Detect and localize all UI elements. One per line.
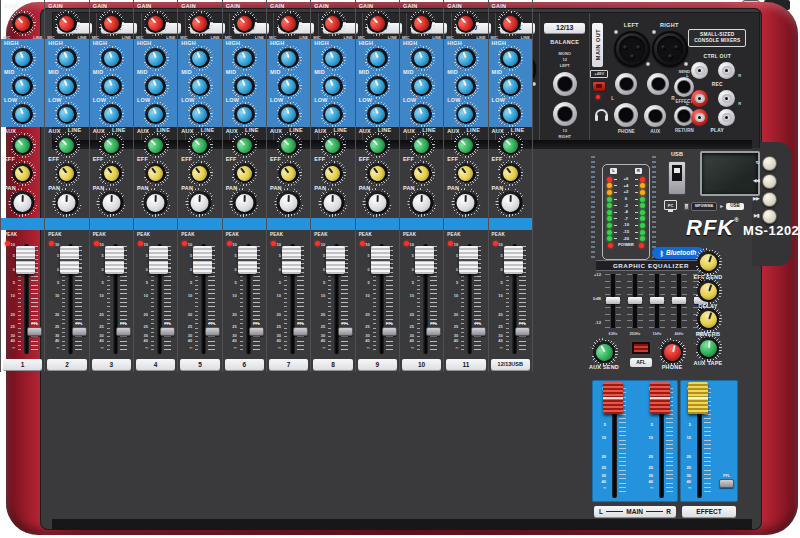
pan-knob[interactable] <box>496 188 525 217</box>
mid-eq-knob[interactable] <box>320 73 346 99</box>
gain-knob[interactable] <box>364 10 390 36</box>
pan-knob[interactable] <box>185 188 214 217</box>
high-eq-knob[interactable] <box>276 45 302 71</box>
low-eq-knob[interactable] <box>453 101 479 127</box>
pan-knob[interactable] <box>8 188 37 217</box>
aux-tape-knob[interactable] <box>694 334 722 362</box>
high-eq-knob[interactable] <box>409 45 435 71</box>
pfl-button[interactable] <box>116 327 131 336</box>
geq-slider[interactable] <box>628 297 642 304</box>
mid-eq-knob[interactable] <box>231 73 257 99</box>
channel-fader[interactable] <box>504 246 523 274</box>
pan-knob[interactable] <box>407 188 436 217</box>
aux-knob[interactable] <box>453 132 479 158</box>
mid-eq-knob[interactable] <box>54 73 80 99</box>
mid-eq-knob[interactable] <box>10 73 36 99</box>
gain-knob[interactable] <box>320 10 346 36</box>
pfl-button[interactable] <box>471 327 486 336</box>
aux-knob[interactable] <box>231 132 257 158</box>
main-right-fader[interactable] <box>650 382 670 414</box>
repeat-button[interactable] <box>762 156 777 171</box>
mid-eq-knob[interactable] <box>276 73 302 99</box>
high-eq-knob[interactable] <box>54 45 80 71</box>
eff-knob[interactable] <box>54 160 80 186</box>
low-eq-knob[interactable] <box>98 101 124 127</box>
eff-knob[interactable] <box>98 160 124 186</box>
channel-fader[interactable] <box>193 246 212 274</box>
aux-knob[interactable] <box>10 132 36 158</box>
low-eq-knob[interactable] <box>10 101 36 127</box>
main-left-fader[interactable] <box>603 382 623 414</box>
high-eq-knob[interactable] <box>364 45 390 71</box>
geq-slider[interactable] <box>650 297 664 304</box>
eff-knob[interactable] <box>187 160 213 186</box>
low-eq-knob[interactable] <box>54 101 80 127</box>
gain-knob[interactable] <box>187 10 213 36</box>
channel-fader[interactable] <box>415 246 434 274</box>
low-eq-knob[interactable] <box>497 101 523 127</box>
pfl-button[interactable] <box>27 327 42 336</box>
geq-slider[interactable] <box>606 297 620 304</box>
pfl-button[interactable] <box>338 327 353 336</box>
eff-knob[interactable] <box>364 160 390 186</box>
eff-knob[interactable] <box>320 160 346 186</box>
effect-pfl-button[interactable] <box>719 479 734 488</box>
gain-knob[interactable] <box>276 10 302 36</box>
channel-fader[interactable] <box>371 246 390 274</box>
aux-knob[interactable] <box>364 132 390 158</box>
gain-knob[interactable] <box>453 10 479 36</box>
low-eq-knob[interactable] <box>231 101 257 127</box>
mid-eq-knob[interactable] <box>453 73 479 99</box>
eff-knob[interactable] <box>143 160 169 186</box>
pan-knob[interactable] <box>451 188 480 217</box>
effect-fader[interactable] <box>688 382 708 414</box>
aux-knob[interactable] <box>497 132 523 158</box>
eff-knob[interactable] <box>409 160 435 186</box>
mid-eq-knob[interactable] <box>187 73 213 99</box>
pan-knob[interactable] <box>141 188 170 217</box>
mid-eq-knob[interactable] <box>497 73 523 99</box>
gain-knob[interactable] <box>409 10 435 36</box>
low-eq-knob[interactable] <box>364 101 390 127</box>
previous-button[interactable] <box>762 174 777 189</box>
low-eq-knob[interactable] <box>187 101 213 127</box>
mid-eq-knob[interactable] <box>409 73 435 99</box>
mid-eq-knob[interactable] <box>364 73 390 99</box>
eff-knob[interactable] <box>453 160 479 186</box>
aux-knob[interactable] <box>320 132 346 158</box>
fx-knob[interactable] <box>694 305 722 333</box>
high-eq-knob[interactable] <box>231 45 257 71</box>
eff-knob[interactable] <box>231 160 257 186</box>
high-eq-knob[interactable] <box>10 45 36 71</box>
aux-knob[interactable] <box>143 132 169 158</box>
geq-slider[interactable] <box>672 297 686 304</box>
pan-knob[interactable] <box>318 188 347 217</box>
fx-knob[interactable] <box>694 277 722 305</box>
aux-knob[interactable] <box>409 132 435 158</box>
gain-knob[interactable] <box>231 10 257 36</box>
pfl-button[interactable] <box>515 327 530 336</box>
pfl-button[interactable] <box>249 327 264 336</box>
aux-knob[interactable] <box>98 132 124 158</box>
pfl-button[interactable] <box>205 327 220 336</box>
mid-eq-knob[interactable] <box>98 73 124 99</box>
channel-fader[interactable] <box>105 246 124 274</box>
gain-knob[interactable] <box>54 10 80 36</box>
pan-knob[interactable] <box>97 188 126 217</box>
gain-knob[interactable] <box>10 10 36 36</box>
channel-fader[interactable] <box>60 246 79 274</box>
pfl-button[interactable] <box>160 327 175 336</box>
pfl-button[interactable] <box>426 327 441 336</box>
gain-knob[interactable] <box>143 10 169 36</box>
high-eq-knob[interactable] <box>453 45 479 71</box>
pfl-button[interactable] <box>293 327 308 336</box>
pfl-button[interactable] <box>72 327 87 336</box>
pan-knob[interactable] <box>363 188 392 217</box>
aux-send-knob[interactable] <box>590 338 618 366</box>
low-eq-knob[interactable] <box>409 101 435 127</box>
high-eq-knob[interactable] <box>143 45 169 71</box>
gain-knob[interactable] <box>497 10 523 36</box>
high-eq-knob[interactable] <box>98 45 124 71</box>
low-eq-knob[interactable] <box>143 101 169 127</box>
aux-knob[interactable] <box>54 132 80 158</box>
